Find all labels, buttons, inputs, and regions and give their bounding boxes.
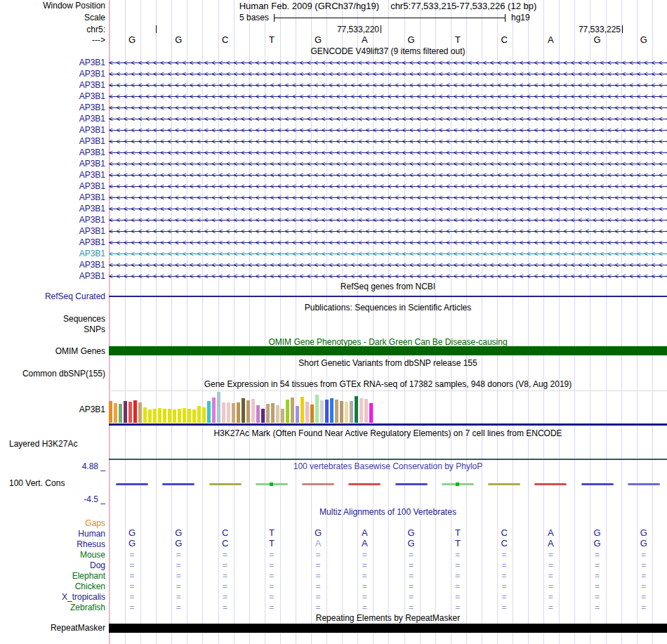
gene-label[interactable]: AP3B1 (79, 80, 105, 90)
gtex-tissue-bar[interactable] (320, 400, 324, 423)
species-label[interactable]: Rhesus (77, 539, 105, 549)
gene-row[interactable]: <<<<<<<<<<<<<<<<<<<<<<<<<<<<<<<<<<<<<<<<… (109, 248, 667, 259)
species-label[interactable]: Chicken (75, 581, 105, 591)
gtex-tissue-bar[interactable] (153, 409, 157, 423)
gtex-tissue-bar[interactable] (222, 402, 225, 423)
gene-label[interactable]: AP3B1 (79, 181, 105, 191)
gtex-tissue-bar[interactable] (183, 408, 186, 423)
species-label[interactable]: Human (78, 529, 105, 539)
gene-label[interactable]: AP3B1 (79, 271, 105, 281)
gene-label[interactable]: AP3B1 (79, 260, 105, 270)
gene-row[interactable]: <<<<<<<<<<<<<<<<<<<<<<<<<<<<<<<<<<<<<<<<… (109, 57, 667, 68)
gene-row[interactable]: <<<<<<<<<<<<<<<<<<<<<<<<<<<<<<<<<<<<<<<<… (109, 91, 667, 102)
gene-label[interactable]: AP3B1 (79, 170, 105, 180)
gtex-tissue-bar[interactable] (202, 407, 206, 423)
gene-row[interactable]: <<<<<<<<<<<<<<<<<<<<<<<<<<<<<<<<<<<<<<<<… (109, 124, 667, 136)
gtex-tissue-bar[interactable] (251, 399, 255, 423)
species-label[interactable]: Zebrafish (70, 603, 105, 612)
gtex-tissue-bar[interactable] (114, 403, 117, 423)
gene-row[interactable]: <<<<<<<<<<<<<<<<<<<<<<<<<<<<<<<<<<<<<<<<… (109, 169, 667, 180)
gene-row[interactable]: <<<<<<<<<<<<<<<<<<<<<<<<<<<<<<<<<<<<<<<<… (109, 113, 667, 124)
gene-label[interactable]: AP3B1 (79, 125, 105, 135)
gtex-tissue-bar[interactable] (256, 405, 260, 423)
gtex-tissue-bar[interactable] (119, 404, 122, 423)
phylop-segment[interactable] (116, 483, 148, 485)
publications-track-header[interactable]: Publications: Sequences in Scientific Ar… (109, 303, 667, 313)
gtex-tissue-bar[interactable] (271, 403, 275, 423)
omim-genes-label[interactable]: OMIM Genes (55, 346, 105, 356)
gene-label[interactable]: AP3B1 (79, 103, 105, 112)
gtex-tissue-bar[interactable] (173, 409, 176, 423)
gene-label[interactable]: AP3B1 (79, 69, 105, 79)
gtex-track-header[interactable]: Gene Expression in 54 tissues from GTEx … (109, 380, 667, 389)
gtex-tissue-bar[interactable] (212, 397, 216, 423)
gtex-tissue-bar[interactable] (301, 397, 304, 423)
phylop-segment[interactable] (348, 483, 381, 485)
gtex-tissue-bar[interactable] (187, 409, 191, 423)
gtex-tissue-bar[interactable] (227, 402, 230, 423)
h3k27ac-track-header[interactable]: H3K27Ac Mark (Often Found Near Active Re… (109, 429, 667, 438)
repeatmasker-label[interactable]: RepeatMasker (51, 623, 105, 633)
multiz-track-header[interactable]: Multiz Alignments of 100 Vertebrates (109, 508, 667, 517)
omim-gene-bar[interactable] (109, 346, 667, 355)
gtex-tissue-bar[interactable] (138, 402, 142, 423)
dbsnp-label[interactable]: Common dbSNP(155) (22, 369, 105, 379)
gene-row[interactable]: <<<<<<<<<<<<<<<<<<<<<<<<<<<<<<<<<<<<<<<<… (109, 158, 667, 169)
phylop-segment[interactable] (628, 483, 660, 485)
gencode-track-header[interactable]: GENCODE V49lift37 (9 items filtered out) (109, 47, 667, 56)
gene-label[interactable]: AP3B1 (79, 159, 105, 169)
gtex-tissue-bar[interactable] (335, 400, 338, 423)
gtex-tissue-bar[interactable] (133, 400, 137, 423)
dbsnp-track-header[interactable]: Short Genetic Variants from dbSNP releas… (109, 359, 667, 368)
gtex-tissue-bar[interactable] (350, 401, 353, 423)
gene-label[interactable]: AP3B1 (79, 136, 105, 146)
gene-row[interactable]: <<<<<<<<<<<<<<<<<<<<<<<<<<<<<<<<<<<<<<<<… (109, 203, 667, 214)
phylop-segment[interactable] (302, 483, 334, 485)
refseq-track-header[interactable]: RefSeq genes from NCBI (109, 282, 667, 291)
phylop-segment[interactable] (395, 483, 428, 485)
gtex-tissue-bar[interactable] (143, 407, 147, 423)
gtex-tissue-bar[interactable] (345, 402, 348, 423)
repeatmasker-bar[interactable] (109, 624, 667, 633)
gene-row[interactable]: <<<<<<<<<<<<<<<<<<<<<<<<<<<<<<<<<<<<<<<<… (109, 192, 667, 203)
gtex-tissue-bar[interactable] (305, 402, 309, 423)
gtex-tissue-bar[interactable] (168, 409, 171, 423)
gtex-tissue-bar[interactable] (355, 396, 358, 423)
phylop-segment[interactable] (534, 483, 567, 485)
refseq-curated-item[interactable] (109, 296, 667, 297)
gtex-tissue-bar[interactable] (163, 409, 166, 423)
gene-row[interactable]: <<<<<<<<<<<<<<<<<<<<<<<<<<<<<<<<<<<<<<<<… (109, 102, 667, 113)
gene-row[interactable]: <<<<<<<<<<<<<<<<<<<<<<<<<<<<<<<<<<<<<<<<… (109, 136, 667, 147)
gtex-tissue-bar[interactable] (296, 406, 299, 423)
phylop-segment[interactable] (162, 483, 194, 485)
gene-row[interactable]: <<<<<<<<<<<<<<<<<<<<<<<<<<<<<<<<<<<<<<<<… (109, 68, 667, 79)
gtex-tissue-bar[interactable] (197, 406, 201, 423)
gtex-tissue-bar[interactable] (128, 402, 132, 423)
gtex-tissue-bar[interactable] (124, 401, 127, 423)
gtex-tissue-bar[interactable] (242, 398, 245, 423)
gtex-tissue-bar[interactable] (281, 409, 284, 423)
gene-row[interactable]: <<<<<<<<<<<<<<<<<<<<<<<<<<<<<<<<<<<<<<<<… (109, 147, 667, 158)
gtex-tissue-bar[interactable] (310, 405, 314, 423)
gtex-tissue-bar[interactable] (340, 401, 343, 423)
gtex-tissue-bar[interactable] (261, 409, 265, 423)
gtex-tissue-bar[interactable] (325, 400, 329, 423)
gtex-tissue-bar[interactable] (330, 398, 334, 423)
gtex-tissue-bar[interactable] (246, 400, 250, 423)
gtex-tissue-bar[interactable] (217, 392, 220, 423)
species-label[interactable]: X_tropicalis (62, 592, 105, 602)
gtex-tissue-bar[interactable] (192, 409, 196, 423)
gene-row[interactable]: <<<<<<<<<<<<<<<<<<<<<<<<<<<<<<<<<<<<<<<<… (109, 259, 667, 270)
gtex-tissue-bar[interactable] (369, 403, 373, 423)
gtex-tissue-bar[interactable] (232, 403, 235, 423)
phylop-segment[interactable] (488, 483, 520, 485)
gene-label[interactable]: AP3B1 (79, 237, 105, 247)
multiz-gaps-label[interactable]: Gaps (85, 518, 105, 528)
gene-label[interactable]: AP3B1 (79, 215, 105, 225)
gene-row[interactable]: <<<<<<<<<<<<<<<<<<<<<<<<<<<<<<<<<<<<<<<<… (109, 237, 667, 248)
gene-row[interactable]: <<<<<<<<<<<<<<<<<<<<<<<<<<<<<<<<<<<<<<<<… (109, 79, 667, 91)
gtex-tissue-bar[interactable] (266, 404, 270, 423)
gtex-tissue-bar[interactable] (364, 399, 368, 423)
repeatmasker-track-header[interactable]: Repeating Elements by RepeatMasker (109, 614, 667, 623)
gtex-tissue-bar[interactable] (207, 401, 211, 423)
